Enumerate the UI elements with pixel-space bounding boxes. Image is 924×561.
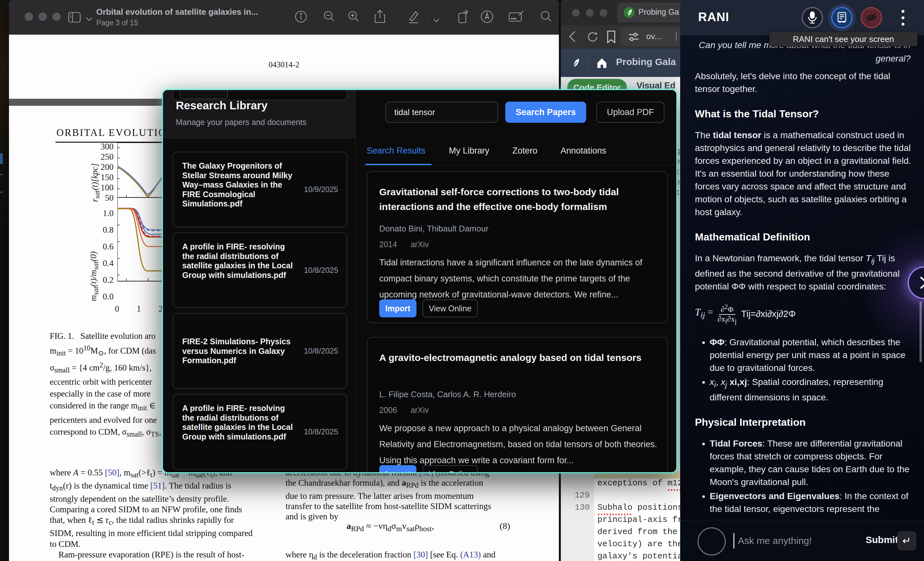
tidal-tensor-formula: Tij = ∂2Φ∂xi∂xj Tij=∂xi∂xj∂2Φ xyxy=(695,303,914,325)
library-card[interactable]: FIRE-2 Simulations- Physics versus Numer… xyxy=(172,313,347,389)
editor-gutter: 129 130 xyxy=(561,471,594,561)
microphone-button[interactable] xyxy=(802,7,823,28)
tab-title: Probing Ga xyxy=(639,7,679,16)
zoom-window-button[interactable] xyxy=(600,9,608,16)
sliders-icon xyxy=(628,32,639,42)
figure-caption: FIG. 1. Satellite evolution aro minit = … xyxy=(50,330,171,440)
bookmark-icon[interactable] xyxy=(606,30,616,43)
assistant-paragraph: In a Newtonian framework, the tidal tens… xyxy=(695,252,914,293)
chevron-down-icon[interactable] xyxy=(81,11,98,28)
research-library-modal: Research Library Manage your papers and … xyxy=(162,89,677,473)
desktop-edge xyxy=(0,0,9,561)
submit-button[interactable]: Submit xyxy=(866,534,898,545)
result-authors: L. Filipe Costa, Carlos A. R. Herdeiro xyxy=(379,389,516,399)
site-logo-icon xyxy=(568,56,583,70)
upload-pdf-button[interactable]: Upload PDF xyxy=(596,102,664,123)
share-icon[interactable] xyxy=(372,8,388,25)
screen-visibility-off-button[interactable] xyxy=(861,7,882,28)
library-card[interactable]: A profile in FIRE- resolving the radial … xyxy=(172,232,347,308)
result-card[interactable]: A gravito-electromagnetic analogy based … xyxy=(367,337,668,473)
ytick: 100 xyxy=(95,183,114,193)
library-card[interactable]: The Galaxy Progenitors of Stellar Stream… xyxy=(172,152,347,227)
reader-mode-button[interactable] xyxy=(831,7,852,28)
back-icon[interactable] xyxy=(568,30,576,43)
rani-assistant-panel: Can you tell me more about what the tida… xyxy=(680,0,924,561)
zoom-out-icon[interactable] xyxy=(321,8,338,25)
zoom-in-icon[interactable] xyxy=(345,8,362,25)
editor-line: velocity) are then xyxy=(597,539,687,549)
line-number: 130 xyxy=(574,503,590,512)
minimize-button[interactable] xyxy=(586,9,594,16)
pdf-page-indicator: Page 3 of 15 xyxy=(96,19,138,27)
library-card-date: 10/8/2025 xyxy=(304,266,338,275)
close-button[interactable] xyxy=(572,9,580,16)
reload-icon[interactable] xyxy=(586,31,598,43)
xtick: 1 xyxy=(136,304,141,314)
ytick: 250 xyxy=(95,152,114,162)
chevron-right-icon xyxy=(918,276,924,290)
view-online-button[interactable]: View Online xyxy=(423,465,478,473)
markup-pen-icon[interactable] xyxy=(405,8,422,25)
text-caret xyxy=(734,533,734,549)
search-input[interactable] xyxy=(386,102,498,123)
ytick: 1.0 xyxy=(95,208,114,218)
microphone-icon xyxy=(807,11,817,24)
eye-off-icon xyxy=(865,12,878,23)
zoom-window-button[interactable] xyxy=(52,12,61,21)
view-online-button[interactable]: View Online xyxy=(423,299,478,317)
tab-zotero[interactable]: Zotero xyxy=(512,146,537,156)
annotate-pen-icon[interactable] xyxy=(478,8,495,25)
site-title: Probing Gala xyxy=(616,57,676,67)
menu-dots-button[interactable] xyxy=(896,7,910,28)
assistant-heading: What is the Tidal Tensor? xyxy=(695,108,914,120)
assistant-heading: Mathematical Definition xyxy=(695,231,914,243)
library-card[interactable]: A profile in FIRE- resolving the radial … xyxy=(172,394,347,470)
search-icon[interactable] xyxy=(538,8,554,25)
import-button[interactable]: Import xyxy=(379,299,417,317)
xtick: 0 xyxy=(115,304,119,314)
list-item: Eigenvectors and Eigenvalues: In the con… xyxy=(710,490,914,516)
home-icon[interactable] xyxy=(596,57,608,69)
address-text: ov... xyxy=(646,31,661,41)
rani-title: RANI xyxy=(698,10,729,24)
result-title: Gravitational self-force corrections to … xyxy=(379,185,655,214)
result-authors: Donato Bini, Thibault Damour xyxy=(379,224,489,234)
result-abstract: Tidal interactions have a significant in… xyxy=(379,254,658,303)
minimize-button[interactable] xyxy=(39,12,47,21)
assistant-paragraph: Absolutely, let's delve into the concept… xyxy=(695,70,914,96)
markup-chevron-icon[interactable] xyxy=(428,12,445,29)
rotate-icon[interactable] xyxy=(454,8,471,25)
ask-input[interactable] xyxy=(737,530,861,552)
library-card-date: 10/8/2025 xyxy=(304,427,338,436)
result-meta: 2014arXiv xyxy=(379,240,429,249)
scrollbar-thumb[interactable] xyxy=(920,301,922,362)
ytick: 0.4 xyxy=(95,258,114,268)
tab-annotations[interactable]: Annotations xyxy=(561,146,606,156)
pdf-page-number: 043014-2 xyxy=(9,60,559,69)
equation-8: aRPd ≈ −vηdσmvsatρhost, (8) xyxy=(285,521,510,533)
ytick: 0.8 xyxy=(95,225,114,235)
site-favicon xyxy=(624,7,634,18)
latex-editor[interactable]: 129 130 exceptions of m12i Subhalo posit… xyxy=(561,471,680,561)
library-card-date: 10/8/2025 xyxy=(304,347,338,356)
text-annotation-icon[interactable] xyxy=(508,8,525,25)
sidebar-toggle-icon[interactable] xyxy=(66,9,83,25)
pdf-window-title: Orbital evolution of satellite galaxies … xyxy=(96,7,258,17)
result-title: A gravito-electromagnetic analogy based … xyxy=(379,350,655,365)
close-button[interactable] xyxy=(25,12,33,21)
library-card-partial[interactable] xyxy=(172,89,347,100)
assistant-orb-icon[interactable] xyxy=(698,527,726,555)
import-button[interactable]: Import xyxy=(379,465,417,473)
card-button-fragment[interactable] xyxy=(180,89,228,99)
tab-my-library[interactable]: My Library xyxy=(449,146,489,156)
library-card-title: A profile in FIRE- resolving the radial … xyxy=(182,404,298,441)
return-key-icon[interactable]: ↵ xyxy=(897,531,916,551)
editor-line: galaxy's potential xyxy=(597,551,687,561)
ytick: 300 xyxy=(95,142,114,152)
tab-search-results[interactable]: Search Results xyxy=(367,146,425,156)
search-papers-button[interactable]: Search Papers xyxy=(506,102,586,123)
tabs-row: Search Results My Library Zotero Annotat… xyxy=(356,138,676,165)
info-icon[interactable] xyxy=(292,8,309,25)
result-card[interactable]: Gravitational self-force corrections to … xyxy=(367,171,668,323)
list-item: ΦΦ: Gravitational potential, which descr… xyxy=(710,336,914,374)
